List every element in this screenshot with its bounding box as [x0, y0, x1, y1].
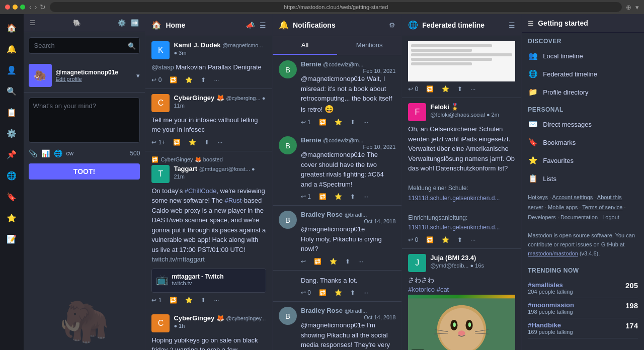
reply-action[interactable]: ↩ 1+ [151, 139, 165, 146]
table-row[interactable]: C CyberGingey 🦊 @cybergingey... ● 1h Hop… [145, 309, 272, 351]
more-action[interactable]: ··· [214, 76, 219, 83]
like-action[interactable]: ⭐ [335, 119, 342, 126]
search-box[interactable]: 🔍 [29, 37, 140, 54]
trending-tag[interactable]: #Handbike [528, 321, 573, 329]
more-action[interactable]: ··· [470, 236, 475, 243]
logout-link[interactable]: Logout [602, 214, 619, 220]
poll-icon[interactable]: 📊 [41, 149, 50, 157]
close-window-button[interactable] [5, 5, 10, 10]
settings-icon[interactable]: ⚙️ [118, 19, 126, 27]
globe-icon[interactable]: 🌐 [54, 149, 62, 157]
browser-action-icon[interactable]: ▾ [635, 4, 639, 11]
edit-profile-link[interactable]: Edit profile [56, 76, 133, 82]
bookmarks-item[interactable]: 🔖 Bookmarks [522, 133, 644, 151]
nav-globe-icon[interactable]: 🌐 [2, 166, 21, 185]
more-action[interactable]: ··· [363, 289, 368, 296]
favourites-item[interactable]: ⭐ Favourites [522, 151, 644, 169]
tab-mentions[interactable]: Mentions [337, 36, 401, 55]
developers-link[interactable]: Developers [528, 214, 556, 220]
more-action[interactable]: ··· [217, 139, 222, 146]
toot-button[interactable]: TOOT! [29, 163, 140, 180]
announce-icon[interactable]: 📣 [246, 21, 255, 29]
list-item[interactable]: B Bernie @codewiz@m... Feb 10, 2021 @mag… [273, 55, 401, 131]
table-row[interactable]: C CyberGingey 🦊 @cyberging... ● 11m Tell… [145, 89, 272, 151]
share-action[interactable]: ⬆ [350, 289, 355, 296]
more-action[interactable]: ··· [214, 297, 219, 304]
reply-action[interactable]: ↩ 0 [151, 76, 162, 83]
like-action[interactable]: ⭐ [185, 76, 193, 83]
cw-button[interactable]: cw [66, 149, 74, 157]
maximize-window-button[interactable] [20, 5, 25, 10]
share-action[interactable]: ⬆ [201, 297, 206, 304]
table-row[interactable]: F Feloki 🎖️ @feloki@chaos.social ● 2m Oh… [402, 98, 521, 249]
documentation-link[interactable]: Documentation [560, 214, 598, 220]
menu-icon[interactable]: ☰ [30, 19, 36, 27]
minimize-window-button[interactable] [13, 5, 18, 10]
boost-action[interactable]: 🔁 [426, 236, 434, 243]
like-action[interactable]: ⭐ [442, 85, 449, 93]
refresh-button[interactable]: ↻ [40, 3, 46, 11]
github-link[interactable]: mastodon/mastodon [528, 250, 578, 256]
like-action[interactable]: ⭐ [330, 258, 337, 265]
boost-action[interactable]: 🔁 [173, 139, 181, 146]
nav-list-icon[interactable]: 📋 [2, 103, 21, 122]
table-row[interactable]: ↩ 0 🔁 ⭐ ⬆ ··· [402, 36, 521, 98]
like-action[interactable]: ⭐ [189, 139, 196, 146]
list-item[interactable]: Dang. Thanks a lot. ↩ 0 🔁 ⭐ ⬆ ··· [273, 271, 401, 302]
nav-bookmark-icon[interactable]: 🔖 [2, 187, 21, 206]
nav-star-icon[interactable]: ⭐ [2, 208, 21, 227]
local-timeline-item[interactable]: 👥 Local timeline [522, 47, 644, 65]
settings-sliders-icon[interactable]: ⚙ [389, 21, 395, 29]
boost-action[interactable]: 🔁 [319, 289, 327, 296]
back-button[interactable]: ‹ [29, 3, 32, 11]
boost-action[interactable]: 🔁 [426, 85, 434, 93]
reply-action[interactable]: ↩ 1 [301, 193, 311, 200]
lists-item[interactable]: 📋 Lists [522, 169, 644, 188]
more-action[interactable]: ··· [363, 193, 368, 200]
boost-action[interactable]: 🔁 [170, 76, 177, 83]
mobile-apps-link[interactable]: Mobile apps [548, 204, 578, 210]
logout-icon[interactable]: ➡️ [131, 19, 139, 27]
table-row[interactable]: J Juja (BMI 23.4) @ymd@fedib... ● 16s さわ… [402, 249, 521, 351]
share-action[interactable]: ⬆ [350, 119, 355, 126]
browser-nav[interactable]: ‹ › ↻ [29, 3, 46, 11]
search-input[interactable] [29, 37, 140, 54]
more-action[interactable]: ··· [470, 85, 475, 93]
terms-link[interactable]: Terms of service [582, 204, 622, 210]
table-row[interactable]: 🔁 CyberGingey 🦊 boosted T Taggart @mttag… [145, 151, 272, 309]
nav-profile-icon[interactable]: 👤 [2, 60, 21, 79]
list-item[interactable]: B Bernie @codewiz@m... Feb 10, 2021 @mag… [273, 131, 401, 206]
nav-home-icon[interactable]: 🏠 [2, 18, 21, 37]
settings-icon[interactable]: ☰ [260, 21, 266, 29]
reply-action[interactable]: ↩ 0 [408, 236, 418, 243]
like-action[interactable]: ⭐ [335, 193, 342, 200]
forward-button[interactable]: › [35, 3, 37, 11]
nav-notifications-icon[interactable]: 🔔 [2, 39, 21, 58]
trending-tag[interactable]: #moonmission [528, 301, 574, 309]
profile-directory-item[interactable]: 📁 Profile directory [522, 83, 644, 101]
direct-messages-item[interactable]: ✉️ Direct messages [522, 115, 644, 133]
tab-all[interactable]: All [273, 36, 337, 55]
federated-timeline-item[interactable]: 🌐 Federated timeline [522, 65, 644, 83]
account-settings-link[interactable]: Account settings [552, 194, 593, 200]
browser-window-controls[interactable] [5, 5, 25, 10]
share-action[interactable]: ⬆ [345, 258, 350, 265]
more-action[interactable]: ··· [363, 119, 368, 126]
reply-action[interactable]: ↩ 0 [301, 289, 311, 296]
list-item[interactable]: B Bradley Rose @bradl... Oct 14, 2018 @m… [273, 206, 401, 271]
reply-action[interactable]: ↩ 0 [408, 85, 418, 93]
boost-action[interactable]: 🔁 [319, 193, 327, 200]
share-action[interactable]: ⬆ [457, 85, 462, 93]
reply-action[interactable]: ↩ 1 [301, 119, 311, 126]
address-bar[interactable]: https://mastodon.cloud/web/getting-start… [50, 2, 622, 12]
reply-action[interactable]: ↩ [301, 258, 306, 265]
trending-tag[interactable]: #smallisles [528, 281, 573, 289]
reply-action[interactable]: ↩ 1 [151, 297, 162, 304]
nav-compose-icon[interactable]: 📝 [2, 229, 21, 248]
boost-action[interactable]: 🔁 [170, 297, 177, 304]
profile-caret-icon[interactable]: ▾ [136, 72, 140, 79]
compose-textarea[interactable] [29, 98, 140, 143]
nav-pin-icon[interactable]: 📌 [2, 145, 21, 164]
boost-action[interactable]: 🔁 [319, 119, 327, 126]
settings-icon[interactable]: ☰ [509, 21, 515, 29]
